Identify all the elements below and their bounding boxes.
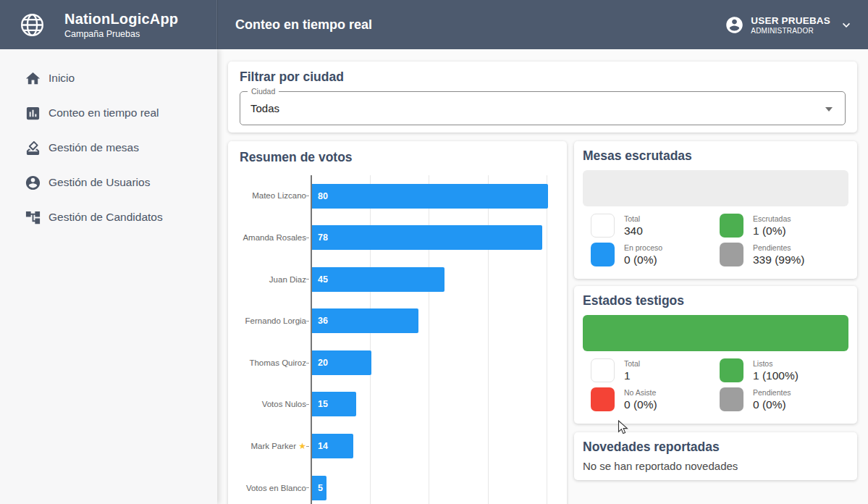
legend-swatch — [720, 214, 743, 238]
city-select-label: Ciudad — [248, 87, 279, 96]
filter-city-card: Filtrar por ciudad Ciudad Todas — [228, 62, 857, 133]
city-select-value: Todas — [240, 92, 845, 125]
legend-item-pendientes: Pendientes339 (99%) — [720, 243, 848, 266]
sidebar-item-gestion-de-usuarios[interactable]: Gestión de Usuarios — [0, 165, 217, 200]
legend-text: Escrutadas1 (0%) — [753, 214, 791, 238]
vote-bar-amanda-rosales: 78 — [312, 225, 542, 250]
brand-block: NationLogicApp Campaña Pruebas — [0, 0, 217, 49]
novedades-card-title: Novedades reportadas — [583, 440, 848, 455]
chart-bar-area: 36 — [311, 301, 555, 343]
testigos-progress-bar — [583, 315, 848, 351]
legend-value: 0 (0%) — [624, 398, 657, 411]
chart-bar-area: 78 — [311, 217, 555, 259]
sidebar-item-label: Gestión de Candidatos — [49, 211, 163, 224]
legend-value: 340 — [624, 224, 643, 238]
testigos-legend: Total1Listos1 (100%)No Asiste0 (0%)Pendi… — [583, 351, 848, 411]
legend-item-total: Total1 — [591, 358, 720, 382]
sidebar-item-label: Inicio — [49, 72, 75, 85]
user-menu-button[interactable]: USER PRUEBAS ADMINISTRADOR — [725, 15, 854, 35]
legend-item-escrutadas: Escrutadas1 (0%) — [720, 214, 848, 238]
chart-row: Mateo Lizcano80 — [240, 175, 555, 217]
chart-row: Fernando Lorgia36 — [240, 301, 555, 343]
chart-category-label: Juan Diaz — [240, 275, 306, 285]
app-subtitle: Campaña Pruebas — [64, 29, 178, 39]
legend-value: 1 (100%) — [753, 369, 799, 382]
chart-category-label: Mateo Lizcano — [240, 191, 306, 201]
user-avatar-icon — [725, 15, 744, 35]
legend-value: 339 (99%) — [753, 253, 805, 266]
legend-text: No Asiste0 (0%) — [624, 387, 657, 411]
votes-summary-card: Resumen de votos Mateo Lizcano80Amanda R… — [228, 141, 567, 504]
legend-item-total: Total340 — [591, 214, 720, 238]
bar-value-label: 5 — [312, 483, 323, 493]
legend-label: Pendientes — [753, 388, 791, 397]
bar-value-label: 14 — [312, 441, 328, 451]
chart-category-label: Votos en Blanco — [240, 484, 306, 493]
app-header: NationLogicApp Campaña Pruebas Conteo en… — [0, 0, 868, 49]
legend-item-no-asiste: No Asiste0 (0%) — [591, 387, 720, 411]
legend-text: Listos1 (100%) — [753, 358, 799, 382]
chart-bar-area: 5 — [311, 467, 555, 504]
bar-value-label: 36 — [312, 316, 328, 326]
legend-swatch — [591, 387, 615, 411]
novedades-card: Novedades reportadas No se han reportado… — [574, 432, 857, 480]
legend-swatch — [720, 358, 743, 382]
legend-item-pendientes: Pendientes0 (0%) — [720, 387, 848, 411]
globe-icon — [19, 12, 46, 38]
chart-category-label: Mark Parker ★ — [240, 442, 306, 451]
chart-bar-area: 80 — [311, 175, 555, 217]
chart-bar-area: 14 — [311, 426, 555, 468]
legend-label: No Asiste — [624, 388, 657, 397]
star-icon: ★ — [298, 441, 306, 451]
chart-row: Juan Diaz45 — [240, 259, 555, 301]
vote-bar-juan-diaz: 45 — [312, 267, 444, 292]
legend-value: 0 (0%) — [624, 253, 662, 266]
vote-bar-fernando-lorgia: 36 — [312, 308, 418, 333]
chart-bar-area: 20 — [311, 342, 555, 384]
legend-swatch — [720, 243, 743, 266]
sidebar-item-gestion-de-mesas[interactable]: Gestión de mesas — [0, 130, 217, 165]
legend-label: Total — [624, 214, 643, 223]
sidebar-item-label: Gestión de Usuarios — [49, 176, 150, 189]
legend-swatch — [591, 358, 615, 382]
user-role: ADMINISTRADOR — [751, 27, 830, 35]
chart-category-label: Fernando Lorgia — [240, 316, 306, 326]
vote-bar-thomas-quiroz: 20 — [312, 350, 371, 375]
legend-text: En proceso0 (0%) — [624, 243, 662, 266]
sidebar-item-gestion-de-candidatos[interactable]: Gestión de Candidatos — [0, 200, 217, 235]
legend-text: Pendientes339 (99%) — [753, 243, 805, 266]
vote-bar-votos-nulos: 15 — [312, 392, 356, 416]
chart-category-label: Thomas Quiroz — [240, 358, 306, 368]
legend-text: Total1 — [624, 358, 640, 382]
legend-label: Listos — [753, 359, 799, 368]
legend-value: 0 (0%) — [753, 398, 791, 411]
legend-text: Pendientes0 (0%) — [753, 387, 791, 411]
mesas-escrutadas-card: Mesas escrutadas Total340Escrutadas1 (0%… — [574, 141, 857, 279]
city-select[interactable]: Ciudad Todas — [240, 91, 846, 125]
vote-bar-votos-en-blanco: 5 — [312, 476, 326, 500]
sidebar-item-inicio[interactable]: Inicio — [0, 61, 217, 96]
account-circle-icon — [25, 175, 41, 191]
legend-swatch — [720, 387, 743, 411]
app-title: NationLogicApp — [64, 11, 178, 28]
bar-value-label: 45 — [312, 274, 328, 285]
sidebar-item-conteo-en-tiempo-real[interactable]: Conteo en tiempo real — [0, 96, 217, 130]
filter-card-title: Filtrar por ciudad — [240, 70, 846, 85]
sidebar-item-label: Conteo en tiempo real — [49, 106, 159, 119]
mesas-card-title: Mesas escrutadas — [583, 148, 848, 164]
sidebar-nav: InicioConteo en tiempo realGestión de me… — [0, 49, 217, 504]
sidebar-item-label: Gestión de mesas — [49, 141, 139, 154]
select-caret-icon — [825, 107, 833, 112]
ballot-box-icon — [25, 140, 41, 156]
legend-item-listos: Listos1 (100%) — [720, 358, 848, 382]
chart-row: Mark Parker ★14 — [240, 426, 555, 468]
main-content: Filtrar por ciudad Ciudad Todas Resumen … — [217, 49, 868, 504]
vote-bar-mark-parker: 14 — [312, 434, 353, 458]
legend-label: Total — [624, 359, 640, 368]
chart-row: Amanda Rosales78 — [240, 217, 555, 259]
legend-label: En proceso — [624, 243, 662, 252]
legend-item-en-proceso: En proceso0 (0%) — [591, 243, 720, 266]
account-tree-icon — [25, 209, 41, 226]
mesas-progress-bar — [583, 170, 848, 206]
testigos-card-title: Estados testigos — [583, 293, 848, 308]
